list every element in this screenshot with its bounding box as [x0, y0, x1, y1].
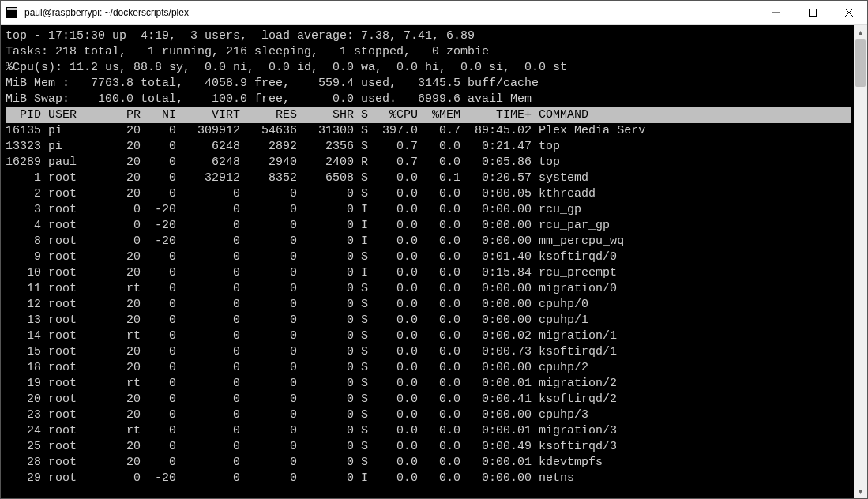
process-row: 9 root 20 0 0 0 0 S 0.0 0.0 0:01.40 ksof… [6, 250, 851, 265]
process-row: 29 root 0 -20 0 0 0 I 0.0 0.0 0:00.00 ne… [6, 471, 851, 486]
svg-line-6 [845, 9, 853, 17]
process-row: 8 root 0 -20 0 0 0 I 0.0 0.0 0:00.00 mm_… [6, 234, 851, 250]
scroll-thumb[interactable] [855, 39, 866, 87]
process-row: 15 root 20 0 0 0 0 S 0.0 0.0 0:00.73 kso… [6, 344, 851, 360]
process-row: 23 root 20 0 0 0 0 S 0.0 0.0 0:00.00 cpu… [6, 407, 851, 423]
process-table-header: PID USER PR NI VIRT RES SHR S %CPU %MEM … [6, 107, 851, 123]
process-row: 24 root rt 0 0 0 0 S 0.0 0.0 0:00.01 mig… [6, 423, 851, 439]
scroll-down-button[interactable]: ▾ [854, 485, 867, 498]
summary-mem: MiB Mem : 7763.8 total, 4058.9 free, 559… [6, 76, 851, 92]
svg-rect-4 [810, 9, 817, 17]
terminal-output[interactable]: top - 17:15:30 up 4:19, 3 users, load av… [1, 25, 854, 498]
terminal-window: _ paul@raspberrypi: ~/dockerscripts/plex… [0, 0, 868, 499]
process-row: 1 root 20 0 32912 8352 6508 S 0.0 0.1 0:… [6, 171, 851, 186]
summary-cpu: %Cpu(s): 11.2 us, 88.8 sy, 0.0 ni, 0.0 i… [6, 60, 851, 76]
process-row: 11 root rt 0 0 0 0 S 0.0 0.0 0:00.00 mig… [6, 281, 851, 297]
app-icon: _ [6, 6, 18, 19]
process-row: 3 root 0 -20 0 0 0 I 0.0 0.0 0:00.00 rcu… [6, 202, 851, 218]
process-row: 18 root 20 0 0 0 0 S 0.0 0.0 0:00.00 cpu… [6, 360, 851, 376]
process-row: 16135 pi 20 0 309912 54636 31300 S 397.0… [6, 123, 851, 139]
process-row: 20 root 20 0 0 0 0 S 0.0 0.0 0:00.41 kso… [6, 392, 851, 407]
process-row: 16289 paul 20 0 6248 2940 2400 R 0.7 0.0… [6, 155, 851, 171]
window-title: paul@raspberrypi: ~/dockerscripts/plex [23, 7, 758, 18]
vertical-scrollbar[interactable]: ▴ ▾ [854, 25, 867, 498]
process-row: 4 root 0 -20 0 0 0 I 0.0 0.0 0:00.00 rcu… [6, 218, 851, 234]
process-row: 28 root 20 0 0 0 0 S 0.0 0.0 0:00.01 kde… [6, 455, 851, 471]
svg-line-5 [845, 9, 853, 17]
window-controls [758, 1, 867, 24]
minimize-button[interactable] [758, 1, 795, 24]
titlebar[interactable]: _ paul@raspberrypi: ~/dockerscripts/plex [1, 1, 867, 25]
close-button[interactable] [831, 1, 867, 24]
summary-swap: MiB Swap: 100.0 total, 100.0 free, 0.0 u… [6, 92, 851, 107]
process-row: 25 root 20 0 0 0 0 S 0.0 0.0 0:00.49 kso… [6, 439, 851, 455]
process-row: 2 root 20 0 0 0 0 S 0.0 0.0 0:00.05 kthr… [6, 186, 851, 202]
process-row: 10 root 20 0 0 0 0 I 0.0 0.0 0:15.84 rcu… [6, 265, 851, 281]
process-row: 19 root rt 0 0 0 0 S 0.0 0.0 0:00.01 mig… [6, 376, 851, 392]
client-area: top - 17:15:30 up 4:19, 3 users, load av… [1, 25, 867, 498]
summary-uptime: top - 17:15:30 up 4:19, 3 users, load av… [6, 28, 851, 44]
process-row: 13 root 20 0 0 0 0 S 0.0 0.0 0:00.00 cpu… [6, 313, 851, 328]
summary-tasks: Tasks: 218 total, 1 running, 216 sleepin… [6, 44, 851, 60]
process-row: 14 root rt 0 0 0 0 S 0.0 0.0 0:00.02 mig… [6, 328, 851, 344]
scroll-up-button[interactable]: ▴ [854, 25, 867, 39]
maximize-button[interactable] [795, 1, 831, 24]
process-row: 13323 pi 20 0 6248 2892 2356 S 0.7 0.0 0… [6, 139, 851, 155]
svg-text:_: _ [9, 10, 13, 17]
process-row: 12 root 20 0 0 0 0 S 0.0 0.0 0:00.00 cpu… [6, 297, 851, 313]
